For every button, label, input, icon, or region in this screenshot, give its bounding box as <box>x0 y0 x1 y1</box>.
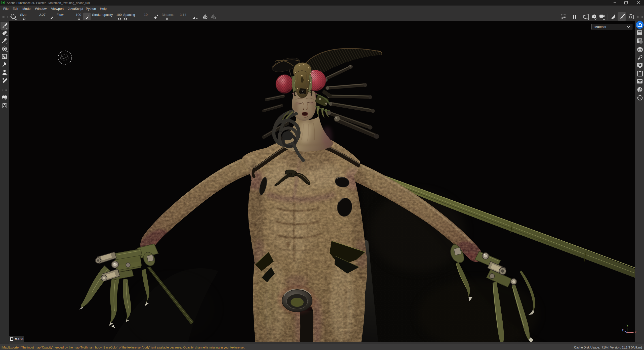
svg-text:Y: Y <box>626 324 628 327</box>
svg-text:X: X <box>635 331 636 334</box>
svg-text:Z: Z <box>622 329 624 332</box>
